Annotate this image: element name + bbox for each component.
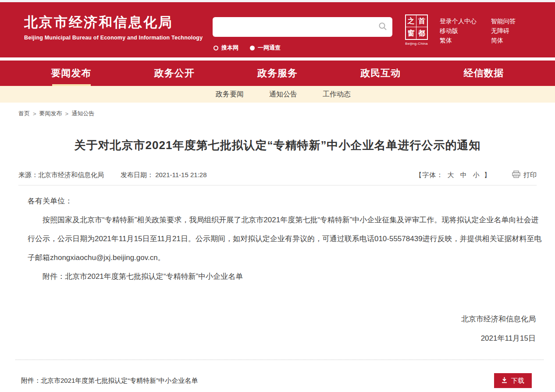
radio-filled-icon xyxy=(250,46,255,50)
article-meta-row: 来源： 北京市经济和信息化局 发布日期： 2021-11-15 21:28 【字… xyxy=(0,171,555,179)
link-login-personal-center[interactable]: 登录个人中心 xyxy=(440,18,477,24)
radio-hollow-icon xyxy=(213,46,218,50)
article-title: 关于对北京市2021年度第七批拟认定“专精特新”中小企业名单进行公示的通知 xyxy=(0,138,555,153)
header-gap xyxy=(0,57,555,61)
link-mobile-version[interactable]: 移动版 xyxy=(440,28,477,34)
logo-char: 都 xyxy=(416,27,427,39)
download-button[interactable]: 下载 xyxy=(494,373,532,388)
font-size-widget: 【字体： 大 中 小 】 xyxy=(415,171,491,179)
search-scope-row: 搜本网 一网通查 xyxy=(213,44,281,52)
sub-nav: 政务要闻 通知公告 工作动态 xyxy=(0,86,555,103)
subnav-item-notices[interactable]: 通知公告 xyxy=(269,90,297,99)
attachment-inline-paragraph: 附件：北京市2021年度第七批拟认定“专精特新”中小企业名单 xyxy=(28,267,545,286)
nav-item-economic-data[interactable]: 经信数据 xyxy=(432,61,535,86)
nav-item-label: 政务服务 xyxy=(257,67,298,80)
search-button[interactable] xyxy=(373,17,392,37)
nav-item-gov-services[interactable]: 政务服务 xyxy=(226,61,329,86)
logo-char: 之 xyxy=(406,15,416,27)
capital-window-logo[interactable]: 之 首 窗 都 Beijing-China xyxy=(405,14,428,46)
source-label: 来源： xyxy=(18,171,38,179)
signature-org: 北京市经济和信息化局 xyxy=(0,310,536,329)
source-value: 北京市经济和信息化局 xyxy=(38,171,104,179)
font-widget-prefix: 【字体： xyxy=(415,171,443,178)
site-subtitle: Beijing Municipal Bureau of Economy and … xyxy=(24,35,203,41)
logo-caption: Beijing-China xyxy=(405,42,428,46)
link-smart-qa[interactable]: 智能问答 xyxy=(491,18,516,24)
attachment-bar: 附件：北京市2021年度第七批拟认定“专精特新”中小企业名单 下载 xyxy=(0,373,555,388)
search-scope-site[interactable]: 搜本网 xyxy=(213,44,238,52)
logo-char: 窗 xyxy=(406,27,416,39)
search-input[interactable] xyxy=(213,17,373,37)
breadcrumb-home[interactable]: 首页 xyxy=(18,110,30,118)
publish-date-value: 2021-11-15 21:28 xyxy=(155,171,206,178)
breadcrumb-separator: > xyxy=(65,110,69,117)
article-meta-left: 来源： 北京市经济和信息化局 发布日期： 2021-11-15 21:28 xyxy=(18,171,207,179)
attachment-file-link[interactable]: 附件：北京市2021年度第七批拟认定“专精特新”中小企业名单 xyxy=(21,377,198,385)
site-brand: 北京市经济和信息化局 Beijing Municipal Bureau of E… xyxy=(24,14,203,41)
breadcrumb-separator: > xyxy=(33,110,36,117)
link-simplified-chinese[interactable]: 简体 xyxy=(491,37,516,43)
breadcrumb-news-release[interactable]: 要闻发布 xyxy=(39,110,62,118)
font-widget-suffix: 】 xyxy=(484,171,491,178)
logo-char: 首 xyxy=(416,15,427,27)
nav-item-label: 政民互动 xyxy=(360,67,401,80)
header-links-column-1: 登录个人中心 移动版 繁体 xyxy=(440,18,477,47)
signature-block: 北京市经济和信息化局 2021年11月15日 xyxy=(0,310,555,348)
nav-item-label: 要闻发布 xyxy=(51,67,92,80)
download-label: 下载 xyxy=(511,377,524,385)
article-body: 各有关单位： 按照国家及北京市“专精特新”相关政策要求，我局组织开展了北京市20… xyxy=(0,185,555,286)
publish-date-label: 发布日期： xyxy=(121,171,153,178)
nav-item-label: 政务公开 xyxy=(154,67,195,80)
main-nav: 要闻发布 政务公开 政务服务 政民互动 经信数据 xyxy=(0,61,555,86)
active-nav-underline xyxy=(52,84,91,86)
header-links-column-2: 智能问答 无障碍 简体 xyxy=(491,18,516,47)
subnav-item-gov-news[interactable]: 政务要闻 xyxy=(216,90,244,99)
font-size-medium-button[interactable]: 中 xyxy=(460,171,467,178)
print-label: 打印 xyxy=(523,171,537,179)
salutation-paragraph: 各有关单位： xyxy=(28,192,545,210)
font-size-large-button[interactable]: 大 xyxy=(447,171,454,178)
breadcrumb-current-notices: 通知公告 xyxy=(71,110,94,118)
site-title: 北京市经济和信息化局 xyxy=(24,14,203,31)
search-scope-site-label: 搜本网 xyxy=(221,44,238,52)
search-box xyxy=(213,17,392,37)
capital-window-logo-grid: 之 首 窗 都 xyxy=(405,14,428,40)
body-paragraph: 按照国家及北京市“专精特新”相关政策要求，我局组织开展了北京市2021年度第七批… xyxy=(28,210,545,267)
printer-icon xyxy=(512,171,520,179)
nav-item-label: 经信数据 xyxy=(463,67,504,80)
nav-item-news-release[interactable]: 要闻发布 xyxy=(20,61,123,86)
print-button[interactable]: 打印 xyxy=(512,171,537,179)
nav-item-gov-disclosure[interactable]: 政务公开 xyxy=(123,61,226,86)
subnav-item-work-updates[interactable]: 工作动态 xyxy=(323,90,351,99)
article-meta-right: 【字体： 大 中 小 】 打印 xyxy=(415,171,537,179)
site-header: 北京市经济和信息化局 Beijing Municipal Bureau of E… xyxy=(0,2,555,57)
attachment-divider xyxy=(15,360,544,360)
font-size-small-button[interactable]: 小 xyxy=(473,171,480,178)
signature-date: 2021年11月15日 xyxy=(0,329,536,348)
nav-item-public-interaction[interactable]: 政民互动 xyxy=(329,61,432,86)
search-icon xyxy=(378,22,387,32)
download-icon xyxy=(502,377,507,385)
link-accessibility[interactable]: 无障碍 xyxy=(491,28,516,34)
publish-date: 发布日期： 2021-11-15 21:28 xyxy=(121,171,207,179)
search-scope-network[interactable]: 一网通查 xyxy=(250,44,281,52)
breadcrumb: 首页 > 要闻发布 > 通知公告 xyxy=(0,103,555,118)
link-traditional-chinese[interactable]: 繁体 xyxy=(440,37,477,43)
search-scope-network-label: 一网通查 xyxy=(258,44,281,52)
